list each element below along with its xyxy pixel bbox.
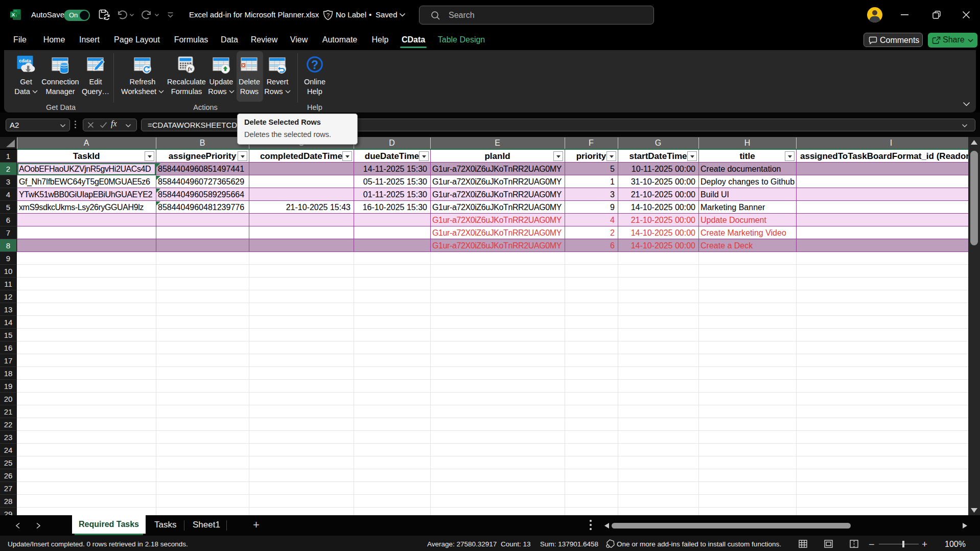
svg-text:fx: fx [188,65,193,72]
svg-text:X: X [12,12,15,17]
svg-text:cdata: cdata [19,58,32,63]
svg-text:?: ? [326,12,330,18]
svg-text:?: ? [311,58,318,72]
